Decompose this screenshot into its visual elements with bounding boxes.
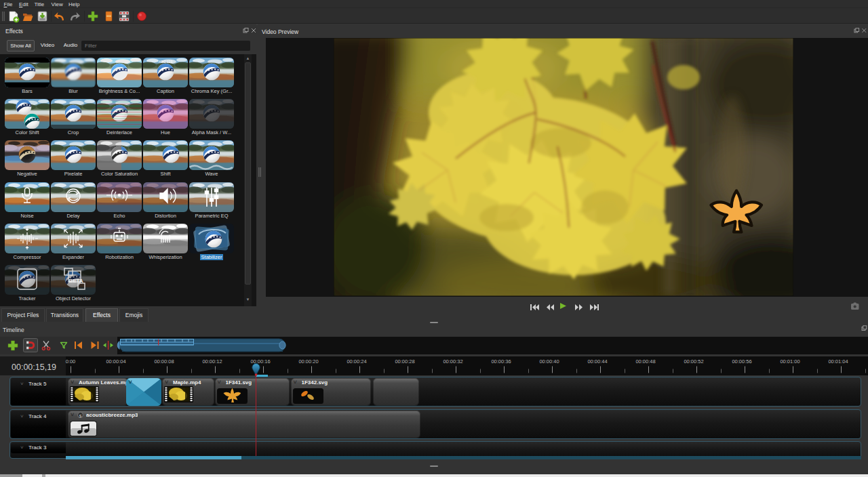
svg-text:00:00:24: 00:00:24 — [347, 358, 366, 365]
svg-text:00:00:15,19: 00:00:15,19 — [12, 362, 56, 372]
svg-text:0:00: 0:00 — [66, 358, 76, 365]
svg-text:00:00:20: 00:00:20 — [298, 358, 318, 365]
svg-text:00:00:08: 00:00:08 — [154, 358, 174, 365]
svg-text:00:00:44: 00:00:44 — [587, 358, 607, 365]
svg-text:ABC 123: ABC 123 — [159, 60, 172, 64]
svg-text:00:00:36: 00:00:36 — [491, 358, 511, 365]
svg-text:00:00:52: 00:00:52 — [684, 358, 703, 365]
svg-text:00:00:56: 00:00:56 — [732, 358, 751, 365]
svg-text:BETA: BETA — [68, 278, 83, 284]
svg-text:00:00:04: 00:00:04 — [106, 358, 125, 365]
svg-text:00:00:48: 00:00:48 — [635, 358, 655, 365]
svg-text:00:01:00: 00:01:00 — [780, 358, 800, 365]
svg-text:00:00:12: 00:00:12 — [202, 358, 222, 365]
svg-text:00:00:28: 00:00:28 — [395, 358, 414, 365]
svg-text:00:00:40: 00:00:40 — [539, 358, 559, 365]
svg-text:00:00:32: 00:00:32 — [443, 358, 462, 365]
svg-text:00:01:04: 00:01:04 — [828, 358, 848, 365]
